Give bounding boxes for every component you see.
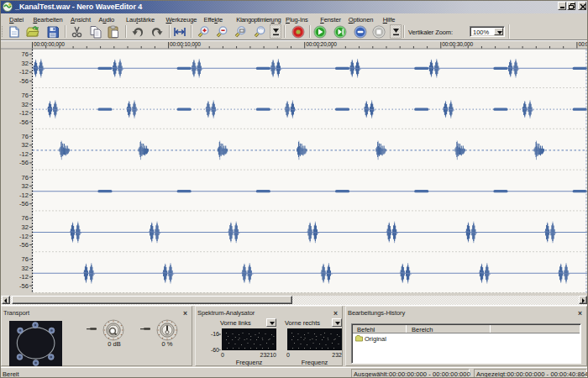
svg-text:76: 76: [22, 214, 29, 222]
svg-text:00:00:00,000: 00:00:00,000: [34, 41, 65, 47]
svg-text:-12: -12: [19, 233, 29, 240]
svg-text:-56: -56: [19, 77, 29, 85]
svg-text:76: 76: [22, 50, 29, 58]
svg-text:32: 32: [22, 60, 29, 67]
svg-text:32: 32: [22, 182, 29, 190]
svg-text:00:00:10,000: 00:00:10,000: [170, 41, 201, 47]
svg-text:76: 76: [22, 174, 29, 181]
svg-text:-12: -12: [19, 68, 29, 76]
svg-text:32: 32: [22, 101, 29, 108]
svg-text:-12: -12: [19, 192, 29, 199]
svg-text:76: 76: [22, 133, 29, 140]
svg-text:76: 76: [22, 255, 29, 263]
svg-text:32: 32: [22, 265, 29, 272]
svg-text:00:00:30,000: 00:00:30,000: [442, 41, 473, 47]
svg-text:00:00:20,000: 00:00:20,000: [306, 41, 337, 47]
svg-text:32: 32: [22, 223, 29, 231]
svg-text:76: 76: [22, 92, 29, 99]
svg-text:-56: -56: [19, 241, 29, 249]
svg-text:-12: -12: [19, 273, 29, 281]
svg-text:-56: -56: [19, 200, 29, 207]
svg-text:00:00:40,000: 00:00:40,000: [578, 41, 588, 47]
svg-text:-12: -12: [19, 109, 29, 117]
svg-text:-56: -56: [19, 159, 29, 166]
svg-text:-56: -56: [19, 282, 29, 290]
svg-text:-56: -56: [19, 118, 29, 126]
svg-text:32: 32: [22, 141, 29, 149]
svg-text:-12: -12: [19, 150, 29, 158]
